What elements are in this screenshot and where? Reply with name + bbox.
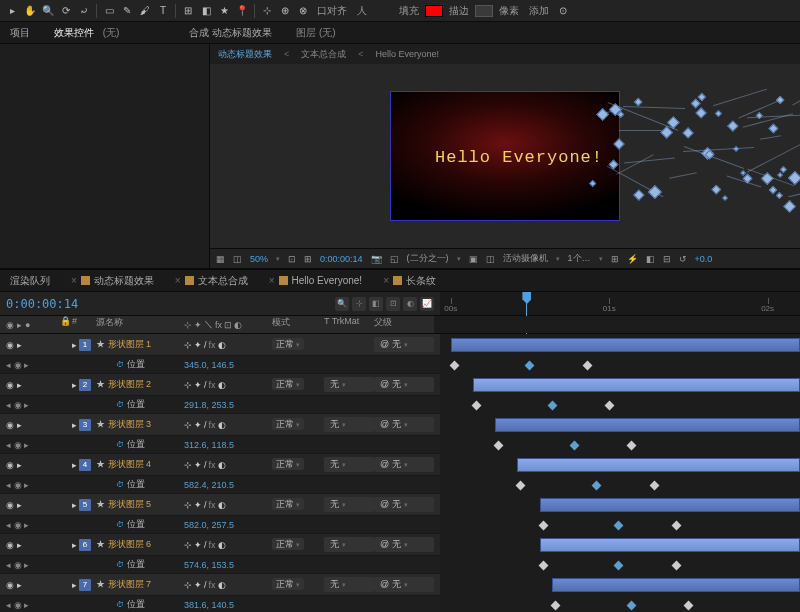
tab-project[interactable]: 项目 xyxy=(4,24,36,42)
layer-track[interactable] xyxy=(440,374,800,396)
layer-duration-bar[interactable] xyxy=(495,418,800,432)
collapse-switch[interactable]: ✦ xyxy=(194,380,202,390)
brush-tool[interactable]: 🖌 xyxy=(137,3,153,19)
shy-switch[interactable]: ⊹ xyxy=(184,580,192,590)
keyframe-diamond[interactable] xyxy=(671,521,681,531)
layer-track[interactable] xyxy=(440,534,800,556)
keyframe-diamond[interactable] xyxy=(551,601,561,611)
blend-mode-dropdown[interactable]: 正常 ▾ xyxy=(272,578,304,590)
search-icon[interactable]: 🔍 xyxy=(335,297,349,311)
eraser-tool[interactable]: ◧ xyxy=(198,3,214,19)
keyframe-diamond[interactable] xyxy=(516,481,526,491)
local-axis-icon[interactable]: ⊹ xyxy=(259,3,275,19)
keyframe-diamond[interactable] xyxy=(684,601,694,611)
keyframe-diamond[interactable] xyxy=(614,521,624,531)
exposure-value[interactable]: +0.0 xyxy=(695,254,713,264)
visibility-toggle[interactable]: ◉ xyxy=(6,460,14,470)
keyframe-diamond[interactable] xyxy=(649,481,659,491)
trkmat-dropdown[interactable]: 无▾ xyxy=(324,537,374,552)
stopwatch-icon[interactable]: ⏱ xyxy=(116,600,124,609)
blend-mode-dropdown[interactable]: 正常 ▾ xyxy=(272,378,304,390)
layer-track[interactable] xyxy=(440,334,800,356)
stopwatch-icon[interactable]: ⏱ xyxy=(116,360,124,369)
puppet-tool[interactable]: 📍 xyxy=(234,3,250,19)
keyframe-diamond[interactable] xyxy=(449,361,459,371)
stopwatch-icon[interactable]: ⏱ xyxy=(116,520,124,529)
fill-swatch[interactable] xyxy=(425,5,443,17)
property-track[interactable] xyxy=(440,556,800,574)
position-value[interactable]: 582.4, 210.5 xyxy=(184,480,268,490)
snapshot-icon[interactable]: 📷 xyxy=(371,254,382,264)
parent-dropdown[interactable]: @ 无▾ xyxy=(374,457,434,472)
position-value[interactable]: 582.0, 257.5 xyxy=(184,520,268,530)
collapse-switch[interactable]: ✦ xyxy=(194,460,202,470)
visibility-toggle[interactable]: ◉ xyxy=(6,540,14,550)
layer-duration-bar[interactable] xyxy=(517,458,800,472)
reset-exposure-icon[interactable]: ↺ xyxy=(679,254,687,264)
blend-mode-dropdown[interactable]: 正常 ▾ xyxy=(272,418,304,430)
property-track[interactable] xyxy=(440,396,800,414)
parent-dropdown[interactable]: @ 无▾ xyxy=(374,417,434,432)
preview-time[interactable]: 0:00:00:14 xyxy=(320,254,363,264)
visibility-toggle[interactable]: ◉ xyxy=(6,420,14,430)
views-dropdown[interactable]: 1个… xyxy=(568,252,591,265)
shape-tool[interactable]: ★ xyxy=(216,3,232,19)
property-track[interactable] xyxy=(440,436,800,454)
collapse-switch[interactable]: ✦ xyxy=(194,420,202,430)
shy-switch[interactable]: ⊹ xyxy=(184,420,192,430)
motion-blur-switch[interactable]: ◐ xyxy=(218,380,226,390)
shy-switch[interactable]: ⊹ xyxy=(184,540,192,550)
layer-track[interactable] xyxy=(440,574,800,596)
shy-switch[interactable]: ⊹ xyxy=(184,500,192,510)
trkmat-dropdown[interactable]: 无▾ xyxy=(324,457,374,472)
parent-dropdown[interactable]: @ 无▾ xyxy=(374,537,434,552)
keyframe-diamond[interactable] xyxy=(569,441,579,451)
shy-switch[interactable]: ⊹ xyxy=(184,340,192,350)
region-icon[interactable]: ▣ xyxy=(469,254,478,264)
keyframe-diamond[interactable] xyxy=(671,561,681,571)
layer-duration-bar[interactable] xyxy=(552,578,800,592)
res-icon[interactable]: ⊡ xyxy=(288,254,296,264)
visibility-toggle[interactable]: ◉ xyxy=(6,500,14,510)
position-value[interactable]: 345.0, 146.5 xyxy=(184,360,268,370)
add-dropdown-icon[interactable]: ⊙ xyxy=(555,3,571,19)
rect-tool[interactable]: ▭ xyxy=(101,3,117,19)
visibility-toggle[interactable]: ◉ xyxy=(6,580,14,590)
track-area[interactable] xyxy=(440,334,800,612)
property-track[interactable] xyxy=(440,596,800,612)
stopwatch-icon[interactable]: ⏱ xyxy=(116,560,124,569)
visibility-toggle[interactable]: ◉ xyxy=(6,380,14,390)
pen-tool[interactable]: ✎ xyxy=(119,3,135,19)
visibility-toggle[interactable]: ◉ xyxy=(6,340,14,350)
parent-dropdown[interactable]: @ 无▾ xyxy=(374,577,434,592)
crumb-text[interactable]: 文本总合成 xyxy=(301,48,346,61)
property-track[interactable] xyxy=(440,356,800,374)
frame-blend-icon[interactable]: ⊡ xyxy=(386,297,400,311)
keyframe-diamond[interactable] xyxy=(583,361,593,371)
orbit-tool[interactable]: ⟳ xyxy=(58,3,74,19)
motion-blur-switch[interactable]: ◐ xyxy=(218,580,226,590)
comp-mini-flow-icon[interactable]: ⊹ xyxy=(352,297,366,311)
blend-mode-dropdown[interactable]: 正常 ▾ xyxy=(272,338,304,350)
keyframe-diamond[interactable] xyxy=(605,401,615,411)
tab-comp-stripe[interactable]: ×长条纹 xyxy=(376,272,440,290)
stroke-swatch[interactable] xyxy=(475,5,493,17)
show-snapshot-icon[interactable]: ◱ xyxy=(390,254,399,264)
layer-duration-bar[interactable] xyxy=(451,338,800,352)
timeline-icon[interactable]: ◧ xyxy=(646,254,655,264)
transparency-icon[interactable]: ◫ xyxy=(486,254,495,264)
tab-composition[interactable]: 合成 动态标题效果 xyxy=(183,24,278,42)
property-track[interactable] xyxy=(440,516,800,534)
keyframe-diamond[interactable] xyxy=(547,401,557,411)
tab-layer[interactable]: 图层 (无) xyxy=(290,24,341,42)
keyframe-diamond[interactable] xyxy=(591,481,601,491)
motion-blur-icon[interactable]: ◐ xyxy=(403,297,417,311)
zoom-tool[interactable]: 🔍 xyxy=(40,3,56,19)
keyframe-diamond[interactable] xyxy=(472,401,482,411)
hand-tool[interactable]: ✋ xyxy=(22,3,38,19)
keyframe-diamond[interactable] xyxy=(627,441,637,451)
trkmat-dropdown[interactable]: 无▾ xyxy=(324,417,374,432)
trkmat-dropdown[interactable]: 无▾ xyxy=(324,577,374,592)
keyframe-diamond[interactable] xyxy=(525,361,535,371)
tab-render-queue[interactable]: 渲染队列 xyxy=(6,272,54,290)
